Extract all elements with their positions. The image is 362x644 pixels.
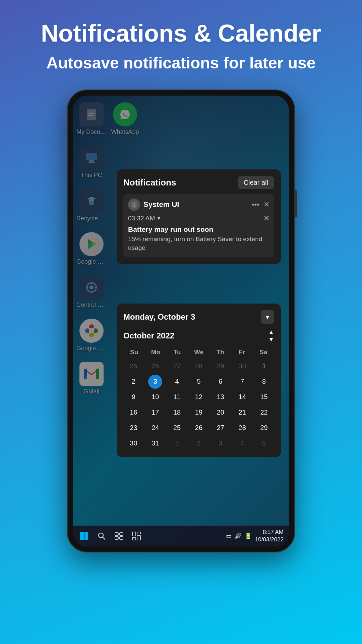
weekday-su: Su (123, 347, 145, 357)
calendar-day[interactable]: 27 (214, 421, 228, 435)
weekday-tu: Tu (167, 347, 188, 357)
calendar-day[interactable]: 6 (214, 375, 228, 389)
calendar-day[interactable]: 29 (214, 359, 228, 373)
weekday-mo: Mo (145, 347, 166, 357)
calendar-panel: Monday, October 3 ▾ October 2022 ▲ ▼ Su … (117, 304, 281, 457)
battery-icon[interactable]: 🔋 (244, 532, 252, 540)
notification-message-body: 15% remaining, turn on Battery Saver to … (128, 235, 269, 253)
svg-rect-27 (80, 532, 84, 536)
notification-app-left: System UI (128, 199, 179, 211)
calendar-day[interactable]: 26 (148, 359, 162, 373)
svg-rect-28 (84, 532, 88, 536)
calendar-day[interactable]: 20 (214, 406, 228, 420)
weekday-fr: Fr (231, 347, 252, 357)
calendar-day[interactable]: 14 (235, 390, 249, 404)
phone-frame: My Docume... WhatsApp This PC (67, 90, 295, 552)
taskbar-left (78, 530, 142, 542)
calendar-day[interactable]: 1 (257, 359, 271, 373)
calendar-day[interactable]: 28 (192, 359, 206, 373)
search-taskbar-icon[interactable] (96, 530, 107, 542)
notification-app-row: System UI ••• ✕ (128, 199, 269, 211)
date-display: 10/03/2022 (255, 536, 284, 543)
notification-time-row: 03:32 AM ▾ ✕ (128, 214, 269, 223)
expand-time-icon[interactable]: ▾ (158, 215, 160, 221)
svg-rect-25 (134, 203, 134, 205)
calendar-day[interactable]: 25 (170, 421, 184, 435)
svg-rect-29 (80, 536, 84, 540)
time-display: 8:57 AM (255, 529, 284, 536)
calendar-day[interactable]: 24 (148, 421, 162, 435)
volume-icon[interactable]: 🔊 (234, 532, 242, 540)
svg-rect-39 (132, 537, 136, 540)
calendar-day[interactable]: 10 (148, 390, 162, 404)
calendar-day[interactable]: 2 (126, 375, 140, 389)
svg-rect-33 (115, 533, 118, 535)
calendar-day[interactable]: 3 (214, 436, 228, 450)
calendar-day[interactable]: 26 (192, 421, 206, 435)
svg-line-32 (103, 537, 105, 539)
calendar-day[interactable]: 28 (235, 421, 249, 435)
calendar-day[interactable]: 7 (235, 375, 249, 389)
calendar-day[interactable]: 18 (170, 406, 184, 420)
calendar-day[interactable]: 4 (170, 375, 184, 389)
calendar-day[interactable]: 17 (148, 406, 162, 420)
notifications-header: Notifications Clear all (123, 176, 274, 189)
calendar-day[interactable]: 13 (214, 390, 228, 404)
calendar-day[interactable]: 29 (257, 421, 271, 435)
calendar-day[interactable]: 25 (126, 359, 140, 373)
window-icon[interactable]: ▭ (226, 532, 232, 540)
calendar-day[interactable]: 1 (170, 436, 184, 450)
close-notification-time-icon[interactable]: ✕ (263, 214, 269, 223)
svg-rect-34 (120, 533, 123, 535)
widgets-icon[interactable] (131, 530, 142, 542)
weekday-th: Th (209, 347, 231, 357)
calendar-day[interactable]: 15 (257, 390, 271, 404)
calendar-days: 2526272829301234567891011121314151617181… (123, 359, 274, 450)
calendar-month-label: October 2022 (123, 331, 174, 340)
calendar-day[interactable]: 23 (126, 421, 140, 435)
windows-start-icon[interactable] (78, 530, 90, 542)
calendar-day[interactable]: 30 (235, 359, 249, 373)
taskbar: ▭ 🔊 🔋 8:57 AM 10/03/2022 (73, 526, 289, 546)
calendar-day[interactable]: 2 (192, 436, 206, 450)
task-view-icon[interactable] (113, 530, 125, 542)
notification-item: System UI ••• ✕ 03:32 AM ▾ ✕ Battery may (123, 194, 274, 257)
calendar-day[interactable]: 27 (170, 359, 184, 373)
calendar-day[interactable]: 22 (257, 406, 271, 420)
clear-all-button[interactable]: Clear all (238, 176, 274, 189)
calendar-month-row: October 2022 ▲ ▼ (123, 329, 274, 342)
notification-message-title: Battery may run out soon (128, 225, 269, 233)
calendar-day[interactable]: 4 (235, 436, 249, 450)
calendar-prev-button[interactable]: ▲ (268, 329, 274, 335)
calendar-day[interactable]: 30 (126, 436, 140, 450)
svg-rect-36 (120, 537, 123, 539)
calendar-day[interactable]: 5 (257, 436, 271, 450)
calendar-day[interactable]: 8 (257, 375, 271, 389)
calendar-day[interactable]: 9 (126, 390, 140, 404)
more-options-icon[interactable]: ••• (252, 200, 259, 209)
notification-actions: ••• ✕ (252, 200, 269, 209)
calendar-day[interactable]: 21 (235, 406, 249, 420)
system-tray-icons: ▭ 🔊 🔋 (226, 532, 252, 540)
taskbar-time: 8:57 AM 10/03/2022 (255, 529, 284, 543)
notification-time: 03:32 AM (128, 215, 155, 222)
notifications-title: Notifications (123, 177, 176, 188)
calendar-collapse-button[interactable]: ▾ (261, 310, 274, 324)
close-notification-icon[interactable]: ✕ (263, 200, 269, 209)
calendar-grid: Su Mo Tu We Th Fr Sa 2526272829301234567… (123, 347, 274, 450)
page-title: Notifications & Calender (13, 20, 349, 47)
calendar-nav: ▲ ▼ (268, 329, 274, 342)
svg-rect-35 (115, 537, 118, 539)
calendar-day[interactable]: 19 (192, 406, 206, 420)
weekday-sa: Sa (253, 347, 274, 357)
calendar-day[interactable]: 16 (126, 406, 140, 420)
calendar-next-button[interactable]: ▼ (268, 336, 274, 342)
calendar-header: Monday, October 3 ▾ (123, 310, 274, 324)
svg-rect-38 (137, 532, 140, 534)
svg-rect-30 (84, 536, 88, 540)
calendar-day[interactable]: 11 (170, 390, 184, 404)
calendar-day[interactable]: 3 (148, 375, 162, 389)
calendar-day[interactable]: 5 (192, 375, 206, 389)
calendar-day[interactable]: 31 (148, 436, 162, 450)
calendar-day[interactable]: 12 (192, 390, 206, 404)
